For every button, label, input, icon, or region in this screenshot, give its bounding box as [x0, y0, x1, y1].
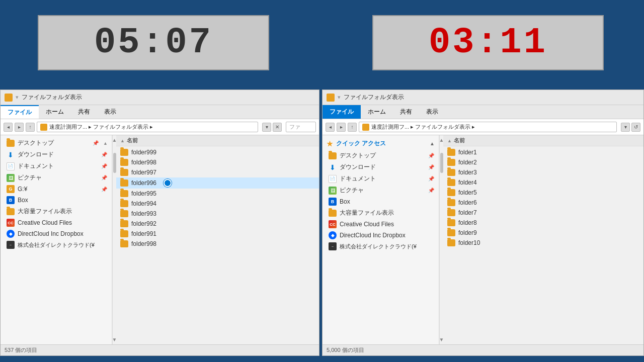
file-item-folder995[interactable]: folder995: [116, 189, 319, 199]
nav-forward-right[interactable]: ▸: [337, 123, 346, 132]
nav-item-desktop-right[interactable]: デスクトップ 📌: [323, 150, 439, 161]
nav-label-pic-right: ピクチャ: [340, 186, 364, 195]
file-pane-left: ▲ 名前 folder999 folder998 folder997: [116, 135, 319, 344]
folder-icon-r10: [447, 239, 455, 246]
tab-home-left[interactable]: ホーム: [39, 105, 71, 119]
pin-download-right: 📌: [428, 164, 435, 171]
nav-item-doc-left[interactable]: 📄 ドキュメント 📌: [1, 160, 112, 172]
file-item-r-folder8[interactable]: folder8: [443, 218, 643, 228]
file-item-folder994[interactable]: folder994: [116, 199, 319, 209]
nav-item-large-right[interactable]: 大容量ファイル表示: [323, 207, 439, 219]
folder-icon-992: [120, 220, 128, 227]
nav-item-pic-left[interactable]: 🖼 ピクチャ 📌: [1, 172, 112, 184]
file-item-r-folder1[interactable]: folder1: [443, 147, 643, 157]
folder-icon-994: [120, 200, 128, 207]
file-item-folder999[interactable]: folder999: [116, 147, 319, 157]
nav-item-download-right[interactable]: ⬇ ダウンロード 📌: [323, 161, 439, 173]
tab-view-left[interactable]: 表示: [97, 105, 123, 119]
nav-item-g-left[interactable]: G G:¥ 📌: [1, 184, 112, 195]
file-list-right: folder1 folder2 folder3 folder4 folder5: [443, 146, 643, 344]
file-item-folder998[interactable]: folder998: [116, 157, 319, 167]
file-name-r-folder8: folder8: [458, 219, 477, 226]
nav-scroll-left[interactable]: ▲ ▼: [112, 135, 116, 344]
file-item-folder992[interactable]: folder992: [116, 219, 319, 229]
status-bar-left: 537 個の項目: [1, 344, 319, 355]
nav-item-desktop-left[interactable]: デスクトップ 📌 ▲: [1, 137, 112, 149]
content-area-left: デスクトップ 📌 ▲ ⬇ ダウンロード 📌 📄 ドキュメント 📌 🖼 ピクチャ: [1, 135, 319, 344]
nav-item-dc-right[interactable]: － 株式会社ダイレクトクラウド(¥: [323, 241, 439, 252]
nav-item-box-right[interactable]: B Box: [323, 196, 439, 207]
timer-right-value: 03:11: [429, 22, 547, 63]
nav-scroll-right[interactable]: ▲ ▼: [439, 135, 443, 344]
file-item-r-folder3[interactable]: folder3: [443, 167, 643, 177]
address-bar-right: ◂ ▸ ↑ 速度計測用フ... ▸ ファイルフォルダ表示 ▸ ▾ ↺: [323, 119, 643, 135]
nav-back-left[interactable]: ◂: [4, 123, 13, 132]
nav-item-db-left[interactable]: ◆ DirectCloud Inc Dropbox: [1, 228, 112, 239]
nav-item-doc-right[interactable]: 📄 ドキュメント 📌: [323, 173, 439, 185]
nav-item-box-left[interactable]: B Box: [1, 195, 112, 206]
tab-share-right[interactable]: 共有: [393, 105, 419, 119]
quick-access-header[interactable]: ★ クイック アクセス ▲: [323, 137, 439, 150]
file-name-r-folder3: folder3: [458, 169, 477, 176]
refresh-btn-right[interactable]: ↺: [631, 123, 640, 132]
nav-up-right[interactable]: ↑: [348, 123, 357, 132]
download-icon-left: ⬇: [7, 151, 15, 159]
refresh-btn-left[interactable]: ✕: [273, 123, 282, 132]
nav-label-dc-right: 株式会社ダイレクトクラウド(¥: [340, 243, 417, 250]
nav-label-download-left: ダウンロード: [18, 150, 54, 159]
nav-item-db-right[interactable]: ◆ DirectCloud Inc Dropbox: [323, 230, 439, 241]
nav-label-download-right: ダウンロード: [340, 163, 376, 171]
large-folder-icon-left: [7, 208, 15, 215]
cc-icon-right: CC: [329, 220, 337, 228]
nav-item-cc-left[interactable]: CC Creative Cloud Files: [1, 217, 112, 228]
title-bar-text-right: ファイルフォルダ表示: [344, 93, 404, 102]
nav-back-right[interactable]: ◂: [326, 123, 335, 132]
nav-item-download-left[interactable]: ⬇ ダウンロード 📌: [1, 149, 112, 160]
chevron-desktop-left: ▲: [103, 141, 108, 146]
file-item-folder996[interactable]: folder996: [116, 177, 319, 189]
file-item-r-folder9[interactable]: folder9: [443, 228, 643, 238]
tab-view-right[interactable]: 表示: [419, 105, 445, 119]
folder-icon-995: [120, 190, 128, 197]
dropbox-icon-left: ◆: [7, 230, 15, 238]
search-box-left[interactable]: ファ: [286, 122, 316, 132]
file-name-folder996: folder996: [131, 179, 156, 187]
file-item-r-folder10[interactable]: folder10: [443, 238, 643, 248]
file-item-r-folder7[interactable]: folder7: [443, 208, 643, 218]
tab-file-left[interactable]: ファイル: [1, 105, 39, 119]
nav-item-dc-left[interactable]: － 株式会社ダイレクトクラウド(¥: [1, 239, 112, 250]
folder-icon-r1: [447, 149, 455, 156]
file-item-folder997[interactable]: folder997: [116, 167, 319, 177]
file-item-folder993[interactable]: folder993: [116, 209, 319, 219]
nav-up-left[interactable]: ↑: [26, 123, 35, 132]
address-path-left[interactable]: 速度計測用フ... ▸ ファイルフォルダ表示 ▸: [37, 122, 258, 132]
address-path-right[interactable]: 速度計測用フ... ▸ ファイルフォルダ表示 ▸: [359, 122, 617, 132]
nav-label-box-left: Box: [18, 197, 28, 204]
nav-item-large-left[interactable]: 大容量ファイル表示: [1, 206, 112, 217]
tab-share-left[interactable]: 共有: [71, 105, 97, 119]
nav-label-desktop-right: デスクトップ: [340, 151, 376, 160]
nav-label-box-right: Box: [340, 198, 350, 205]
file-item-r-folder5[interactable]: folder5: [443, 188, 643, 198]
nav-item-cc-right[interactable]: CC Creative Cloud Files: [323, 219, 439, 230]
folder-icon-r3: [447, 169, 455, 176]
file-item-r-folder2[interactable]: folder2: [443, 157, 643, 167]
file-item-r-folder6[interactable]: folder6: [443, 198, 643, 208]
folder-icon-r7: [447, 209, 455, 216]
file-item-folder991[interactable]: folder991: [116, 229, 319, 239]
nav-item-pic-right[interactable]: 🖼 ピクチャ 📌: [323, 185, 439, 196]
folder-icon-997: [120, 169, 128, 176]
title-bar-right: ▾ ファイルフォルダ表示: [323, 90, 643, 105]
download-icon-right: ⬇: [329, 163, 337, 171]
pin-desktop-right: 📌: [428, 152, 435, 159]
nav-forward-left[interactable]: ▸: [15, 123, 24, 132]
dropdown-btn-right[interactable]: ▾: [621, 123, 630, 132]
folder-icon-993: [120, 210, 128, 217]
nav-label-cc-right: Creative Cloud Files: [340, 221, 394, 228]
file-item-folder990[interactable]: folder998: [116, 239, 319, 249]
tab-file-right[interactable]: ファイル: [323, 105, 361, 119]
dropdown-btn-left[interactable]: ▾: [262, 123, 271, 132]
tab-home-right[interactable]: ホーム: [361, 105, 393, 119]
title-bar-icon-right: [327, 94, 335, 102]
file-item-r-folder4[interactable]: folder4: [443, 177, 643, 188]
